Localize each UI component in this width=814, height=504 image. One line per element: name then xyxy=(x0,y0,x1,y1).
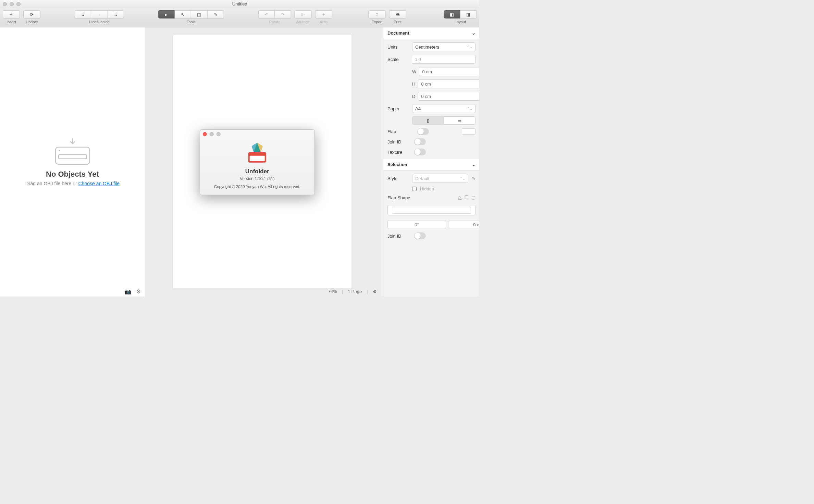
flap-toggle[interactable] xyxy=(417,128,429,135)
edit-style-icon[interactable]: ✎ xyxy=(471,176,475,181)
texture-label: Texture xyxy=(387,149,411,154)
flap-mirror-icon[interactable]: ⧋ xyxy=(457,195,461,200)
hide-button-1[interactable]: ⠿ xyxy=(75,10,91,18)
app-icon xyxy=(245,141,270,165)
chevron-down-icon: ⌄ xyxy=(471,30,475,36)
hide-button-2[interactable]: · xyxy=(91,10,108,18)
hidden-checkbox[interactable] xyxy=(412,187,417,191)
empty-subtitle: Drag an OBJ file here or Choose an OBJ f… xyxy=(25,180,120,186)
texture-toggle[interactable] xyxy=(414,149,426,155)
page-count: 1 Page xyxy=(348,289,362,294)
joinid-toggle[interactable] xyxy=(414,138,426,145)
update-button[interactable]: ⟳ xyxy=(23,10,40,18)
empty-state: No Objects Yet Drag an OBJ file here or … xyxy=(0,27,145,297)
canvas-footer: 74% | 1 Page | ⚙ xyxy=(328,289,377,294)
drop-target-icon xyxy=(53,138,91,165)
landscape-button[interactable]: ▭ xyxy=(444,116,475,125)
joinid2-label: Join ID xyxy=(387,233,411,238)
auto-button[interactable]: ✦ xyxy=(315,10,332,18)
about-version: Version 1.10.1 (41) xyxy=(206,176,309,181)
arrange-button[interactable]: ⊫ xyxy=(295,10,312,18)
layout-label: Layout xyxy=(455,20,466,24)
about-copyright: Copyright © 2020 Yoeyan Wu. All rights r… xyxy=(206,185,309,189)
svg-rect-2 xyxy=(58,154,86,159)
export-button[interactable]: ⤴ xyxy=(369,10,386,18)
flapshape-label: Flap Shape xyxy=(387,195,410,200)
auto-label: Auto xyxy=(320,20,328,24)
minimize-window-button[interactable] xyxy=(10,2,14,6)
document-section-header[interactable]: Document ⌄ xyxy=(383,27,479,39)
flap-rect-icon[interactable]: ▢ xyxy=(471,195,475,200)
scale-input[interactable] xyxy=(412,55,476,64)
gear-icon[interactable]: ⚙ xyxy=(136,288,141,295)
hide-button-3[interactable]: ⠿ xyxy=(108,10,124,18)
about-close-button[interactable] xyxy=(203,132,207,136)
units-label: Units xyxy=(387,44,409,49)
flap-angle-left[interactable] xyxy=(387,220,446,229)
layout-right-button[interactable]: ◨ xyxy=(460,10,477,18)
tool-edit[interactable]: ✎ xyxy=(208,10,224,18)
export-label: Export xyxy=(372,20,383,24)
flap-copy-icon[interactable]: ❐ xyxy=(464,195,468,200)
update-label: Update xyxy=(26,20,38,24)
flap-label: Flap xyxy=(387,129,414,134)
insert-button[interactable]: ＋ xyxy=(3,10,20,18)
paper-select[interactable]: A4⌃⌄ xyxy=(412,104,476,113)
sidebar: No Objects Yet Drag an OBJ file here or … xyxy=(0,27,145,297)
height-input[interactable] xyxy=(418,79,479,88)
paper-label: Paper xyxy=(387,106,409,111)
close-window-button[interactable] xyxy=(3,2,7,6)
about-zoom-button xyxy=(217,132,221,136)
flap-preview xyxy=(461,128,475,135)
tool-select[interactable]: ↖ xyxy=(175,10,191,18)
svg-point-1 xyxy=(58,150,60,151)
empty-title: No Objects Yet xyxy=(46,169,99,178)
rotate-left-button[interactable]: ↶ xyxy=(258,10,275,18)
toolbar: ＋ Insert ⟳ Update ⠿ · ⠿ Hide/Unhide ▸ ↖ … xyxy=(0,8,479,27)
titlebar: Untitled xyxy=(0,0,479,8)
about-minimize-button xyxy=(210,132,214,136)
depth-input[interactable] xyxy=(418,92,479,101)
svg-rect-4 xyxy=(250,156,265,161)
joinid2-toggle[interactable] xyxy=(414,232,426,239)
arrange-label: Arrange xyxy=(296,20,310,24)
portrait-button[interactable]: ▯ xyxy=(412,116,444,125)
tools-label: Tools xyxy=(187,20,196,24)
selection-section-header[interactable]: Selection ⌄ xyxy=(383,159,479,171)
print-label: Print xyxy=(394,20,402,24)
svg-rect-0 xyxy=(55,147,89,164)
layout-left-button[interactable]: ◧ xyxy=(444,10,460,18)
tool-unfold[interactable]: ◫ xyxy=(191,10,208,18)
tool-play[interactable]: ▸ xyxy=(158,10,175,18)
chevron-down-icon: ⌄ xyxy=(471,162,475,167)
units-select[interactable]: Centimeters⌃⌄ xyxy=(412,42,476,51)
style-select[interactable]: Default⌃⌄ xyxy=(412,174,468,183)
flap-shape-preview[interactable] xyxy=(387,205,476,215)
zoom-level[interactable]: 74% xyxy=(328,289,337,294)
rotate-right-button[interactable]: ↷ xyxy=(275,10,291,18)
style-label: Style xyxy=(387,176,409,181)
canvas-gear-icon[interactable]: ⚙ xyxy=(373,289,377,294)
zoom-window-button[interactable] xyxy=(16,2,21,6)
about-dialog: Unfolder Version 1.10.1 (41) Copyright ©… xyxy=(200,129,315,195)
print-button[interactable]: 🖶 xyxy=(389,10,406,18)
camera-icon[interactable]: 📷 xyxy=(124,288,131,295)
width-input[interactable] xyxy=(419,67,479,76)
choose-file-link[interactable]: Choose an OBJ file xyxy=(78,180,120,186)
flap-width[interactable] xyxy=(448,220,479,229)
hide-label: Hide/Unhide xyxy=(89,20,110,24)
scale-label: Scale xyxy=(387,56,408,62)
insert-label: Insert xyxy=(7,20,16,24)
window-title: Untitled xyxy=(0,1,479,7)
rotate-label: Rotate xyxy=(269,20,280,24)
joinid-label: Join ID xyxy=(387,139,411,144)
inspector: Document ⌄ Units Centimeters⌃⌄ Scale W H… xyxy=(383,27,479,297)
about-app-name: Unfolder xyxy=(206,168,309,175)
